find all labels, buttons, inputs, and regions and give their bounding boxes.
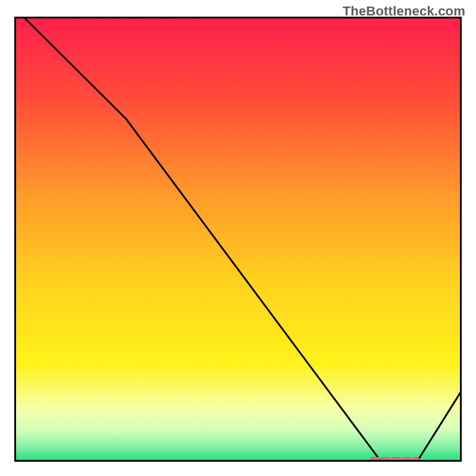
chart-svg: [14, 17, 462, 462]
chart-plot-area: [14, 17, 462, 462]
chart-background: [14, 17, 462, 462]
